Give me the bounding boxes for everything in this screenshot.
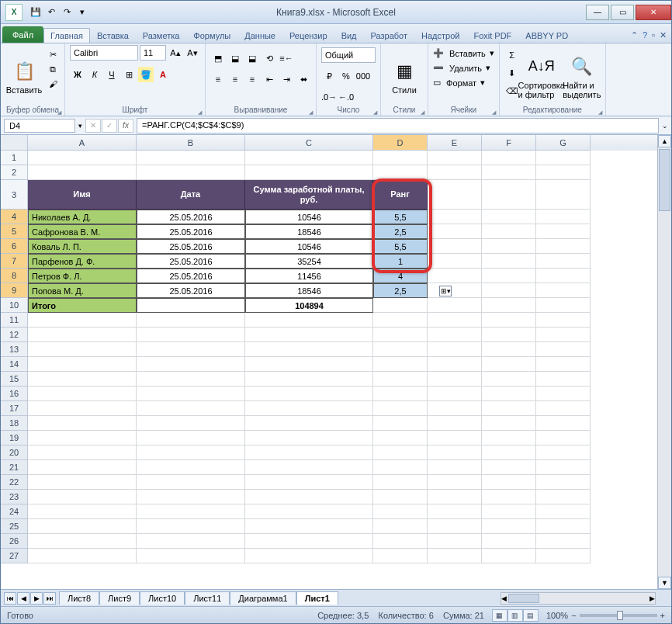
sheet-tab-Лист9[interactable]: Лист9 [99, 591, 140, 605]
cell-B20[interactable] [137, 445, 245, 460]
cell-E20[interactable] [428, 445, 482, 460]
table-date[interactable]: 25.05.2016 [137, 283, 245, 298]
format-painter-icon[interactable]: 🖌 [46, 78, 60, 90]
tab-вставка[interactable]: Вставка [90, 28, 136, 43]
border-button[interactable]: ⊞ [121, 67, 137, 82]
horizontal-scrollbar[interactable]: ◀ ▶ [501, 592, 656, 605]
cell-D10[interactable] [373, 298, 428, 313]
window-restore-icon[interactable]: ▫ [652, 30, 655, 40]
maximize-button[interactable]: ▭ [611, 5, 634, 20]
fill-color-button[interactable]: 🪣 [138, 67, 154, 82]
tab-разметка[interactable]: Разметка [136, 28, 187, 43]
vertical-scrollbar[interactable]: ▲ ▼ [657, 135, 671, 589]
cell-G14[interactable] [536, 357, 591, 372]
cell-C14[interactable] [245, 357, 373, 372]
row-head-5[interactable]: 5 [1, 224, 28, 239]
scroll-up-icon[interactable]: ▲ [658, 135, 671, 147]
decrease-decimal-icon[interactable]: ←.0 [338, 89, 354, 105]
cell-G9[interactable] [536, 283, 591, 298]
table-name[interactable]: Сафронова В. М. [28, 224, 137, 239]
cell-E7[interactable] [428, 254, 482, 269]
cell-D11[interactable] [373, 313, 428, 328]
cell-F2[interactable] [482, 165, 536, 180]
cell-A20[interactable] [28, 445, 137, 460]
cell-C24[interactable] [245, 504, 373, 519]
cell-B13[interactable] [137, 342, 245, 357]
table-rank[interactable]: 2,5 [373, 283, 428, 298]
cell-C22[interactable] [245, 475, 373, 490]
cell-F4[interactable] [482, 210, 536, 224]
cell-F22[interactable] [482, 475, 536, 490]
cell-G7[interactable] [536, 254, 591, 269]
table-date[interactable]: 25.05.2016 [137, 239, 245, 254]
save-button[interactable]: 💾 [29, 5, 43, 19]
row-head-1[interactable]: 1 [1, 151, 28, 165]
table-header[interactable]: Дата [137, 180, 245, 210]
cell-D14[interactable] [373, 357, 428, 372]
cell-G24[interactable] [536, 504, 591, 519]
table-name[interactable]: Попова М. Д. [28, 283, 137, 298]
cell-D19[interactable] [373, 431, 428, 445]
row-head-26[interactable]: 26 [1, 534, 28, 549]
row-head-18[interactable]: 18 [1, 416, 28, 431]
align-right-icon[interactable]: ≡ [244, 71, 260, 87]
cell-F18[interactable] [482, 416, 536, 431]
cell-G23[interactable] [536, 490, 591, 504]
cell-D16[interactable] [373, 387, 428, 401]
cell-D15[interactable] [373, 372, 428, 387]
row-head-27[interactable]: 27 [1, 549, 28, 563]
comma-icon[interactable]: 000 [355, 68, 371, 84]
cell-B26[interactable] [137, 534, 245, 549]
cell-F17[interactable] [482, 401, 536, 416]
cell-A19[interactable] [28, 431, 137, 445]
fill-icon[interactable]: ⬇ [504, 65, 520, 81]
table-rank[interactable]: 5,5 [373, 239, 428, 254]
italic-button[interactable]: К [87, 67, 102, 82]
cell-F8[interactable] [482, 269, 536, 283]
cancel-formula-button[interactable]: ✕ [85, 119, 101, 133]
cell-B16[interactable] [137, 387, 245, 401]
cell-F1[interactable] [482, 151, 536, 165]
row-head-2[interactable]: 2 [1, 165, 28, 180]
tab-главная[interactable]: Главная [43, 28, 90, 43]
cut-icon[interactable]: ✂ [46, 48, 60, 61]
cell-A2[interactable] [28, 165, 137, 180]
cell-D27[interactable] [373, 549, 428, 563]
cell-B23[interactable] [137, 490, 245, 504]
table-sum[interactable]: 35254 [245, 254, 373, 269]
cell-D20[interactable] [373, 445, 428, 460]
currency-icon[interactable]: ₽ [321, 68, 337, 84]
cell-B15[interactable] [137, 372, 245, 387]
cell-E18[interactable] [428, 416, 482, 431]
table-sum[interactable]: 10546 [245, 210, 373, 224]
tab-данные[interactable]: Данные [237, 28, 282, 43]
zoom-slider[interactable] [580, 614, 657, 617]
cell-A1[interactable] [28, 151, 137, 165]
insert-cells-button[interactable]: ➕ Вставить ▾ [433, 47, 494, 59]
row-head-24[interactable]: 24 [1, 504, 28, 519]
table-rank[interactable]: 5,5 [373, 210, 428, 224]
cell-B22[interactable] [137, 475, 245, 490]
cell-E2[interactable] [428, 165, 482, 180]
cell-C18[interactable] [245, 416, 373, 431]
row-head-20[interactable]: 20 [1, 445, 28, 460]
row-head-13[interactable]: 13 [1, 342, 28, 357]
cell-C23[interactable] [245, 490, 373, 504]
cell-E26[interactable] [428, 534, 482, 549]
tab-nav-first-icon[interactable]: ⏮ [4, 592, 16, 605]
tab-рецензир[interactable]: Рецензир [282, 28, 334, 43]
cell-D2[interactable] [373, 165, 428, 180]
help-icon[interactable]: ? [643, 30, 647, 40]
indent-dec-icon[interactable]: ⇤ [262, 71, 277, 87]
col-head-D[interactable]: D [373, 135, 428, 151]
cell-C17[interactable] [245, 401, 373, 416]
cell-C11[interactable] [245, 313, 373, 328]
cell-E4[interactable] [428, 210, 482, 224]
cell-E19[interactable] [428, 431, 482, 445]
cell-A27[interactable] [28, 549, 137, 563]
row-head-12[interactable]: 12 [1, 328, 28, 342]
col-head-C[interactable]: C [245, 135, 373, 151]
cell-A15[interactable] [28, 372, 137, 387]
namebox-dropdown-icon[interactable]: ▾ [78, 122, 82, 130]
number-format-select[interactable]: Общий [321, 47, 376, 63]
